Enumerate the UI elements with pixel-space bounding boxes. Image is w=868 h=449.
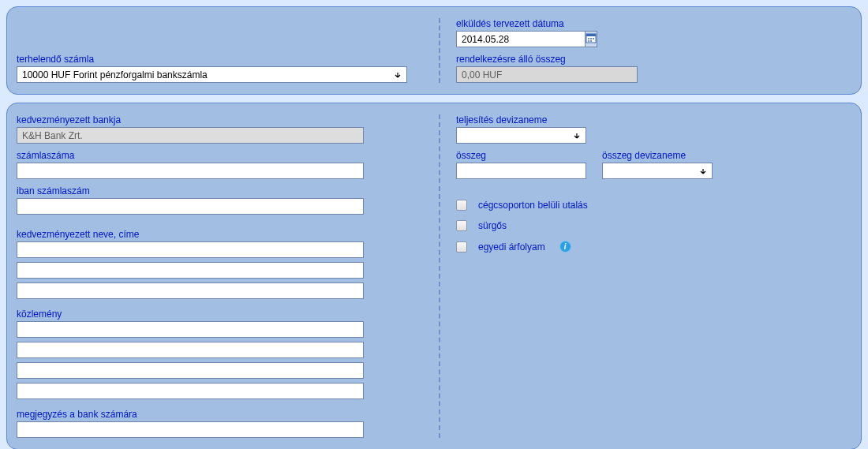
svg-rect-3: [588, 38, 589, 39]
chevron-down-icon: [571, 130, 582, 141]
svg-rect-7: [590, 40, 592, 42]
statement-line2[interactable]: [17, 342, 364, 358]
beneficiary-bank-label: kedvezményezett bankja: [17, 114, 423, 125]
panel1-left-col: terhelendő számla 10000 HUF Forint pénzf…: [17, 18, 439, 83]
bank-note-label: megjegyzés a bank számára: [17, 409, 423, 420]
account-number-label: számlaszáma: [17, 150, 423, 161]
urgent-checkbox[interactable]: [456, 220, 467, 231]
debit-account-select[interactable]: 10000 HUF Forint pénzforgalmi bankszámla: [17, 66, 407, 83]
account-number-input[interactable]: [17, 163, 364, 179]
debit-account-label: terhelendő számla: [17, 54, 423, 65]
available-balance-field: [456, 66, 638, 83]
statement-line4[interactable]: [17, 383, 364, 399]
planned-date-label: elküldés tervezett dátuma: [456, 18, 851, 29]
calendar-icon: [586, 32, 597, 46]
amount-input[interactable]: [456, 163, 586, 179]
check-row-urgent: sürgős: [456, 220, 851, 231]
calendar-button[interactable]: [586, 31, 597, 47]
transfer-details-panel: kedvezményezett bankja számlaszáma iban …: [6, 103, 862, 449]
amount-currency-select[interactable]: [602, 163, 713, 179]
amount-currency-label: összeg devizaneme: [602, 150, 713, 161]
intragroup-checkbox[interactable]: [456, 200, 467, 211]
intragroup-label: cégcsoporton belüli utalás: [478, 200, 588, 211]
svg-rect-1: [586, 34, 596, 36]
beneficiary-bank-field: [17, 127, 364, 144]
statement-label: közlemény: [17, 309, 423, 320]
urgent-label: sürgős: [478, 220, 507, 231]
custom-rate-label: egyedi árfolyam: [478, 241, 545, 253]
planned-date-input[interactable]: [456, 31, 586, 47]
iban-input[interactable]: [17, 198, 364, 215]
info-icon[interactable]: i: [559, 241, 571, 253]
svg-rect-6: [588, 40, 589, 42]
check-row-custom-rate: egyedi árfolyam i: [456, 241, 851, 253]
statement-line3[interactable]: [17, 362, 364, 379]
options-checks: cégcsoporton belüli utalás sürgős egyedi…: [456, 200, 851, 253]
settlement-currency-select[interactable]: [456, 127, 586, 144]
chevron-down-icon: [698, 166, 709, 177]
beneficiary-name-label: kedvezményezett neve, címe: [17, 229, 423, 240]
planned-date-field: [456, 31, 590, 47]
chevron-down-icon: [392, 69, 403, 80]
bank-note-input[interactable]: [17, 421, 364, 438]
amount-label: összeg: [456, 150, 586, 161]
account-date-panel: terhelendő számla 10000 HUF Forint pénzf…: [6, 6, 862, 95]
settlement-currency-label: teljesítés devizaneme: [456, 114, 851, 125]
available-balance-label: rendelkezésre álló összeg: [456, 54, 851, 65]
panel2-left-col: kedvezményezett bankja számlaszáma iban …: [17, 114, 439, 438]
statement-line1[interactable]: [17, 321, 364, 338]
check-row-intragroup: cégcsoporton belüli utalás: [456, 200, 851, 211]
beneficiary-name-line1[interactable]: [17, 241, 364, 258]
svg-rect-5: [593, 38, 594, 39]
panel2-right-col: teljesítés devizaneme összeg: [439, 114, 851, 438]
beneficiary-name-line3[interactable]: [17, 282, 364, 299]
debit-account-value: 10000 HUF Forint pénzforgalmi bankszámla: [22, 69, 208, 80]
svg-rect-4: [590, 38, 592, 39]
panel1-right-col: elküldés tervezett dátuma rendelkezésre …: [439, 18, 851, 83]
iban-label: iban számlaszám: [17, 185, 423, 196]
beneficiary-name-line2[interactable]: [17, 262, 364, 279]
custom-rate-checkbox[interactable]: [456, 241, 467, 253]
